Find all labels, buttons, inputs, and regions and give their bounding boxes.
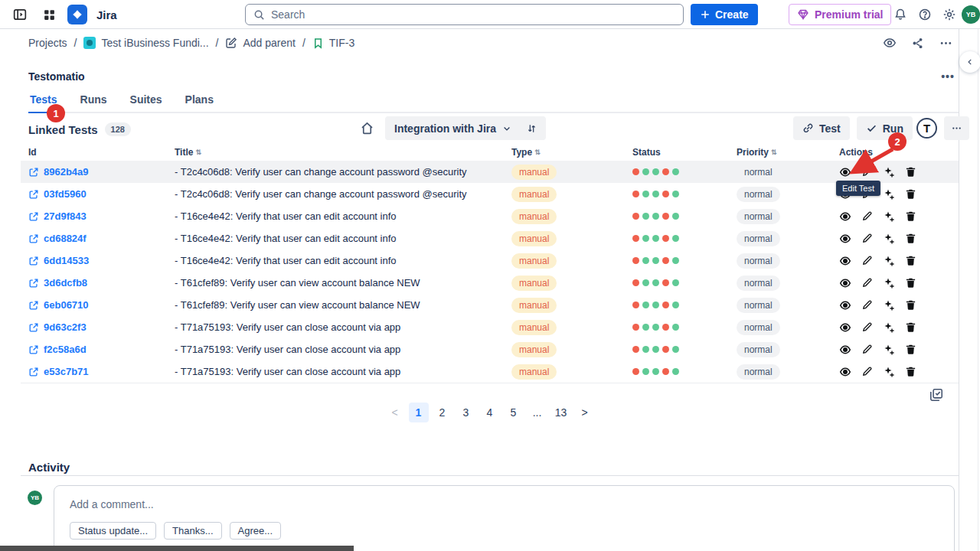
delete-test-button[interactable] — [905, 255, 916, 267]
ai-sparkles-button[interactable] — [883, 321, 895, 334]
more-actions-button[interactable] — [933, 32, 959, 54]
edit-test-button[interactable] — [861, 233, 873, 245]
ai-sparkles-button[interactable] — [883, 366, 895, 378]
view-test-button[interactable] — [839, 233, 851, 245]
pagination-page-button[interactable]: 4 — [480, 403, 500, 422]
ai-sparkles-button[interactable] — [883, 277, 895, 289]
test-id-link[interactable]: 3d6dcfb8 — [28, 277, 175, 289]
notifications-button[interactable] — [890, 4, 911, 25]
jira-logo-icon[interactable] — [67, 5, 87, 24]
test-id-link[interactable]: 6eb06710 — [28, 299, 175, 311]
ai-sparkles-button[interactable] — [883, 188, 895, 201]
delete-test-button[interactable] — [905, 344, 916, 356]
scrollbar-track[interactable] — [978, 29, 978, 551]
test-id-link[interactable]: 03fd5960 — [28, 188, 175, 200]
view-test-button[interactable] — [839, 321, 851, 334]
delete-test-button[interactable] — [905, 166, 916, 178]
comment-editor[interactable]: Add a comment... Status update...Thanks.… — [54, 485, 955, 551]
column-header-priority[interactable]: Priority⇅ — [737, 147, 839, 158]
ai-sparkles-button[interactable] — [883, 210, 895, 223]
create-button[interactable]: Create — [691, 4, 758, 25]
column-header-id[interactable]: Id — [28, 147, 175, 158]
tab[interactable]: Suites — [129, 92, 164, 113]
quick-reply-button[interactable]: Status update... — [70, 522, 156, 540]
collapse-panel-button[interactable] — [959, 51, 980, 73]
quick-reply-button[interactable]: Thanks... — [164, 522, 221, 540]
test-id-link[interactable]: 8962b4a9 — [28, 166, 175, 178]
column-header-status[interactable]: Status — [632, 147, 737, 158]
user-avatar[interactable]: YB — [962, 5, 980, 24]
pagination-prev-button[interactable]: < — [385, 403, 405, 422]
delete-test-button[interactable] — [905, 188, 916, 201]
settings-button[interactable] — [939, 4, 960, 25]
delete-test-button[interactable] — [905, 210, 916, 223]
search-input[interactable]: Search — [245, 4, 684, 25]
ai-sparkles-button[interactable] — [883, 299, 895, 311]
edit-test-button[interactable] — [861, 344, 873, 356]
view-test-button[interactable] — [839, 210, 851, 223]
ai-sparkles-button[interactable] — [883, 344, 895, 356]
edit-test-button[interactable] — [861, 255, 873, 267]
link-test-button[interactable]: Test — [793, 116, 850, 140]
test-id-link[interactable]: f2c58a6d — [28, 344, 175, 355]
tab[interactable]: Runs — [79, 92, 109, 113]
breadcrumb-projects[interactable]: Projects — [28, 37, 67, 49]
pagination-page-button[interactable]: 1 — [409, 403, 429, 422]
view-test-button[interactable] — [839, 277, 851, 289]
status-dot-green — [672, 368, 679, 375]
edit-test-button[interactable] — [861, 366, 873, 378]
sparkles-icon — [883, 255, 895, 267]
view-test-button[interactable] — [839, 344, 851, 356]
test-status-cell — [632, 235, 737, 242]
pagination-page-button[interactable]: 2 — [433, 403, 452, 422]
edit-test-button[interactable] — [861, 210, 873, 223]
app-switcher-button[interactable] — [38, 4, 60, 25]
test-id-link[interactable]: 27d9f843 — [28, 210, 175, 222]
ai-sparkles-button[interactable] — [883, 233, 895, 245]
column-header-title[interactable]: Title⇅ — [175, 147, 511, 158]
delete-test-button[interactable] — [905, 277, 916, 289]
test-id-link[interactable]: 9d63c2f3 — [28, 321, 175, 333]
view-test-button[interactable] — [839, 299, 851, 311]
pagination-page-button[interactable]: 3 — [456, 403, 476, 422]
eye-icon — [839, 277, 851, 289]
quick-reply-button[interactable]: Agree... — [230, 522, 282, 540]
delete-test-button[interactable] — [905, 321, 916, 334]
tab[interactable]: Plans — [184, 92, 215, 113]
sidebar-toggle-button[interactable] — [9, 4, 31, 25]
panel-more-button[interactable]: ••• — [937, 67, 959, 86]
pagination-page-button[interactable]: 5 — [504, 403, 524, 422]
premium-trial-button[interactable]: Premium trial — [789, 4, 891, 25]
test-id-link[interactable]: 6dd14533 — [28, 255, 175, 266]
toolbar-more-button[interactable] — [944, 116, 969, 140]
pagination-next-button[interactable]: > — [575, 403, 595, 422]
pagination-page-button[interactable]: 13 — [551, 403, 571, 422]
multi-select-button[interactable] — [929, 387, 944, 403]
delete-test-button[interactable] — [905, 233, 916, 245]
divider — [21, 475, 959, 476]
home-button[interactable] — [360, 121, 374, 135]
branch-selector[interactable]: Integration with Jira — [385, 116, 546, 140]
test-id-link[interactable]: cd68824f — [28, 233, 175, 244]
status-dot-red — [662, 302, 669, 308]
edit-test-button[interactable] — [861, 321, 873, 334]
column-header-type[interactable]: Type⇅ — [511, 147, 632, 158]
external-link-icon — [28, 300, 39, 311]
delete-test-button[interactable] — [905, 366, 916, 378]
breadcrumb-project[interactable]: Test iBusiness Fundi... — [83, 37, 208, 49]
edit-test-button[interactable] — [861, 277, 873, 289]
breadcrumb-issue[interactable]: TIF-3 — [312, 37, 354, 49]
add-parent-button[interactable]: Add parent — [225, 37, 296, 49]
view-test-button[interactable] — [839, 366, 851, 378]
search-placeholder: Search — [271, 8, 305, 21]
ai-sparkles-button[interactable] — [883, 255, 895, 267]
watch-button[interactable] — [877, 32, 902, 54]
status-dot-red — [632, 368, 639, 375]
test-id-link[interactable]: e53c7b71 — [28, 366, 175, 377]
edit-test-button[interactable] — [861, 299, 873, 311]
help-button[interactable] — [914, 4, 936, 25]
share-button[interactable] — [905, 32, 930, 54]
pagination-page-button[interactable]: ... — [528, 403, 547, 422]
delete-test-button[interactable] — [905, 299, 916, 311]
view-test-button[interactable] — [839, 255, 851, 267]
